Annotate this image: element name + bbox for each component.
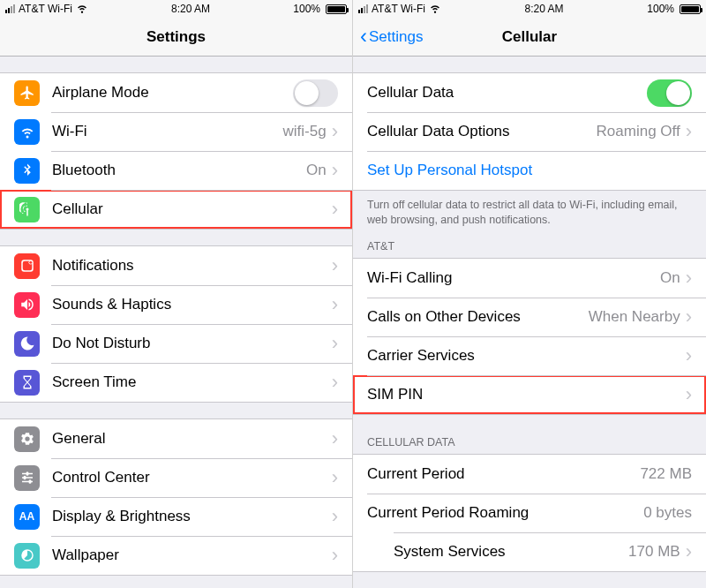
row-label: Wallpaper: [52, 547, 332, 564]
svg-point-3: [29, 261, 32, 264]
row-label: Wi-Fi Calling: [367, 269, 660, 287]
settings-screen: AT&T Wi-Fi 8:20 AM 100% Settings Airplan…: [0, 0, 353, 588]
group-footer: Turn off cellular data to restrict all d…: [353, 191, 706, 231]
chevron-right-icon: ›: [332, 161, 338, 180]
chevron-right-icon: ›: [332, 429, 338, 449]
chevron-right-icon: ›: [686, 307, 692, 327]
battery-icon: [326, 4, 347, 14]
row-label: System Services: [394, 543, 628, 561]
display-icon: AA: [14, 504, 40, 530]
chevron-right-icon: ›: [332, 507, 338, 526]
carrier-label: AT&T Wi-Fi: [372, 3, 425, 15]
row-control-center[interactable]: Control Center ›: [0, 458, 352, 497]
chevron-right-icon: ›: [332, 122, 338, 141]
group-header-cellular-data: CELLULAR DATA: [353, 431, 706, 454]
row-calls-other-devices[interactable]: Calls on Other Devices When Nearby ›: [353, 298, 706, 336]
wifi-icon: [14, 119, 40, 145]
row-notifications[interactable]: Notifications ›: [0, 246, 352, 285]
battery-label: 100%: [293, 3, 320, 15]
row-value: On: [306, 162, 327, 179]
row-value: 0 bytes: [643, 504, 692, 522]
wallpaper-icon: [14, 543, 40, 569]
row-value: Roaming Off: [597, 123, 680, 140]
page-title: Cellular: [502, 28, 557, 46]
sounds-icon: [14, 292, 40, 318]
row-label: Current Period: [367, 465, 640, 483]
chevron-right-icon: ›: [686, 122, 692, 141]
row-label: Cellular: [52, 200, 332, 218]
chevron-right-icon: ›: [686, 385, 692, 404]
row-value: On: [660, 269, 680, 287]
back-label: Settings: [369, 28, 423, 46]
group-header-att: AT&T: [353, 235, 706, 258]
row-current-period-roaming: Current Period Roaming 0 bytes: [353, 494, 706, 532]
airplane-toggle[interactable]: [293, 79, 338, 107]
row-wallpaper[interactable]: Wallpaper ›: [0, 536, 352, 575]
row-label: General: [52, 430, 332, 448]
row-label: Cellular Data: [367, 84, 647, 102]
row-dnd[interactable]: Do Not Disturb ›: [0, 324, 352, 363]
row-label: Screen Time: [52, 373, 332, 391]
row-value: 170 MB: [628, 543, 680, 561]
row-sim-pin[interactable]: SIM PIN ›: [353, 375, 706, 414]
row-value: wifi-5g: [283, 123, 327, 140]
bluetooth-icon: [14, 158, 40, 184]
sliders-icon: [14, 465, 40, 491]
battery-label: 100%: [647, 3, 674, 15]
page-title: Settings: [146, 28, 206, 46]
row-system-services[interactable]: System Services 170 MB ›: [353, 532, 706, 571]
row-label: Bluetooth: [52, 162, 306, 179]
row-sounds[interactable]: Sounds & Haptics ›: [0, 285, 352, 324]
chevron-right-icon: ›: [332, 546, 338, 565]
row-wifi-calling[interactable]: Wi-Fi Calling On ›: [353, 259, 706, 298]
row-screentime[interactable]: Screen Time ›: [0, 363, 352, 402]
gear-icon: [14, 426, 40, 452]
row-label: Notifications: [52, 257, 332, 275]
row-label: SIM PIN: [367, 386, 686, 403]
row-label: Airplane Mode: [52, 84, 293, 102]
row-label: Carrier Services: [367, 347, 686, 365]
row-wifi[interactable]: Wi-Fi wifi-5g ›: [0, 112, 352, 151]
row-general[interactable]: General ›: [0, 419, 352, 458]
row-cellular-data[interactable]: Cellular Data: [353, 73, 706, 112]
row-label: Control Center: [52, 469, 332, 486]
row-value: When Nearby: [589, 308, 680, 326]
signal-icon: [358, 4, 368, 13]
row-carrier-services[interactable]: Carrier Services ›: [353, 336, 706, 375]
row-current-period: Current Period 722 MB: [353, 455, 706, 494]
back-button[interactable]: ‹ Settings: [360, 18, 423, 56]
wifi-icon: [76, 2, 88, 16]
chevron-right-icon: ›: [332, 468, 338, 487]
row-label: Calls on Other Devices: [367, 308, 589, 326]
row-label: Sounds & Haptics: [52, 296, 332, 313]
status-time: 8:20 AM: [171, 3, 210, 15]
signal-icon: [5, 4, 15, 13]
notifications-icon: [14, 253, 40, 279]
cellular-data-toggle[interactable]: [647, 79, 692, 107]
row-value: 722 MB: [640, 465, 692, 483]
row-airplane-mode[interactable]: Airplane Mode: [0, 73, 352, 112]
status-bar: AT&T Wi-Fi 8:20 AM 100%: [0, 0, 352, 18]
antenna-icon: [14, 197, 40, 222]
chevron-right-icon: ›: [686, 542, 692, 562]
row-label: Display & Brightness: [52, 508, 332, 525]
row-label: Do Not Disturb: [52, 335, 332, 352]
airplane-icon: [14, 80, 40, 106]
status-time: 8:20 AM: [525, 3, 564, 15]
chevron-right-icon: ›: [332, 295, 338, 314]
nav-bar: Settings: [0, 18, 352, 57]
row-personal-hotspot[interactable]: Set Up Personal Hotspot: [353, 151, 706, 190]
moon-icon: [14, 331, 40, 357]
row-cellular-options[interactable]: Cellular Data Options Roaming Off ›: [353, 112, 706, 151]
chevron-right-icon: ›: [332, 334, 338, 353]
carrier-label: AT&T Wi-Fi: [19, 3, 72, 15]
row-bluetooth[interactable]: Bluetooth On ›: [0, 151, 352, 190]
row-label: Current Period Roaming: [367, 504, 643, 522]
chevron-right-icon: ›: [686, 346, 692, 366]
row-cellular[interactable]: Cellular ›: [0, 190, 352, 229]
wifi-icon: [429, 2, 441, 16]
row-display[interactable]: AA Display & Brightness ›: [0, 497, 352, 536]
chevron-right-icon: ›: [686, 268, 692, 288]
row-label: Cellular Data Options: [367, 123, 597, 140]
nav-bar: ‹ Settings Cellular: [353, 18, 706, 57]
